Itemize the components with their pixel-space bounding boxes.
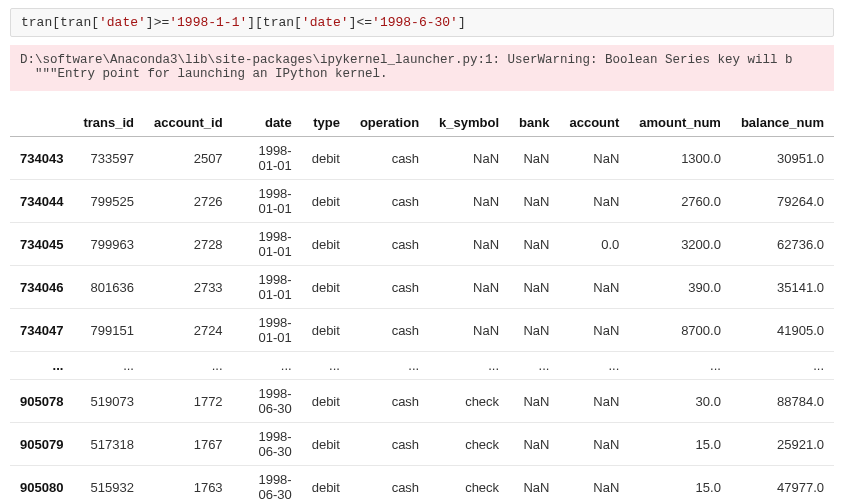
code-token: ]<= (349, 15, 372, 30)
table-row: 90507951731817671998-06-30debitcashcheck… (10, 423, 834, 466)
row-index: 734043 (10, 137, 73, 180)
cell: 2733 (144, 266, 233, 309)
cell: debit (302, 180, 350, 223)
cell: NaN (509, 180, 559, 223)
col-head: type (302, 109, 350, 137)
cell: 519073 (73, 380, 144, 423)
cell: 30.0 (629, 380, 731, 423)
cell: debit (302, 223, 350, 266)
col-head: account (559, 109, 629, 137)
code-cell: tran[tran['date']>='1998-1-1'][tran['dat… (10, 8, 834, 37)
code-token: ][tran[ (247, 15, 302, 30)
cell: ... (73, 352, 144, 380)
code-token: ] (458, 15, 466, 30)
cell: check (429, 423, 509, 466)
cell: NaN (509, 423, 559, 466)
cell: NaN (509, 266, 559, 309)
row-index: ... (10, 352, 73, 380)
table-row: 73404479952527261998-01-01debitcashNaNNa… (10, 180, 834, 223)
cell: ... (429, 352, 509, 380)
cell: NaN (559, 423, 629, 466)
cell: 515932 (73, 466, 144, 501)
col-head: account_id (144, 109, 233, 137)
code-token: ]>= (146, 15, 169, 30)
row-index: 734044 (10, 180, 73, 223)
cell: cash (350, 466, 429, 501)
col-head: trans_id (73, 109, 144, 137)
table-row: 90508051593217631998-06-30debitcashcheck… (10, 466, 834, 501)
code-token-string: '1998-1-1' (169, 15, 247, 30)
cell: ... (233, 352, 302, 380)
cell: 41905.0 (731, 309, 834, 352)
col-head: operation (350, 109, 429, 137)
col-head: balance_num (731, 109, 834, 137)
cell: 62736.0 (731, 223, 834, 266)
cell: ... (629, 352, 731, 380)
cell: 15.0 (629, 466, 731, 501)
cell: 47977.0 (731, 466, 834, 501)
cell: cash (350, 180, 429, 223)
cell: 2760.0 (629, 180, 731, 223)
cell: 1998-01-01 (233, 309, 302, 352)
cell: 517318 (73, 423, 144, 466)
cell: 25921.0 (731, 423, 834, 466)
cell: 35141.0 (731, 266, 834, 309)
cell: 1998-01-01 (233, 266, 302, 309)
table-row: 73404779915127241998-01-01debitcashNaNNa… (10, 309, 834, 352)
cell: debit (302, 309, 350, 352)
code-token-string: 'date' (99, 15, 146, 30)
warning-output: D:\software\Anaconda3\lib\site-packages\… (10, 45, 834, 91)
cell: NaN (429, 309, 509, 352)
table-row: 90507851907317721998-06-30debitcashcheck… (10, 380, 834, 423)
cell: ... (509, 352, 559, 380)
cell: 1763 (144, 466, 233, 501)
cell: cash (350, 380, 429, 423)
row-index: 905080 (10, 466, 73, 501)
cell: 1998-06-30 (233, 466, 302, 501)
cell: NaN (509, 309, 559, 352)
row-index: 734046 (10, 266, 73, 309)
row-index: 734045 (10, 223, 73, 266)
cell: NaN (509, 466, 559, 501)
cell: 0.0 (559, 223, 629, 266)
cell: 2726 (144, 180, 233, 223)
cell: ... (350, 352, 429, 380)
cell: 1998-06-30 (233, 423, 302, 466)
cell: NaN (559, 180, 629, 223)
cell: 1998-01-01 (233, 137, 302, 180)
cell: 1772 (144, 380, 233, 423)
cell: ... (302, 352, 350, 380)
cell: 2728 (144, 223, 233, 266)
cell: NaN (509, 223, 559, 266)
cell: debit (302, 266, 350, 309)
cell: ... (144, 352, 233, 380)
table-row: 73404579996327281998-01-01debitcashNaNNa… (10, 223, 834, 266)
cell: 2724 (144, 309, 233, 352)
table-row: ................................. (10, 352, 834, 380)
warning-line: """Entry point for launching an IPython … (20, 67, 388, 81)
cell: NaN (559, 266, 629, 309)
row-index: 905078 (10, 380, 73, 423)
cell: NaN (559, 309, 629, 352)
code-token-string: '1998-6-30' (372, 15, 458, 30)
cell: 1998-01-01 (233, 223, 302, 266)
cell: 1300.0 (629, 137, 731, 180)
cell: ... (559, 352, 629, 380)
cell: NaN (429, 223, 509, 266)
cell: 801636 (73, 266, 144, 309)
table-header-row: trans_id account_id date type operation … (10, 109, 834, 137)
cell: NaN (559, 137, 629, 180)
cell: debit (302, 380, 350, 423)
cell: cash (350, 423, 429, 466)
cell: 799151 (73, 309, 144, 352)
cell: debit (302, 466, 350, 501)
cell: check (429, 380, 509, 423)
cell: 88784.0 (731, 380, 834, 423)
cell: NaN (429, 137, 509, 180)
cell: cash (350, 137, 429, 180)
cell: debit (302, 137, 350, 180)
cell: cash (350, 223, 429, 266)
cell: 30951.0 (731, 137, 834, 180)
dataframe-table: trans_id account_id date type operation … (10, 109, 834, 500)
cell: NaN (559, 380, 629, 423)
